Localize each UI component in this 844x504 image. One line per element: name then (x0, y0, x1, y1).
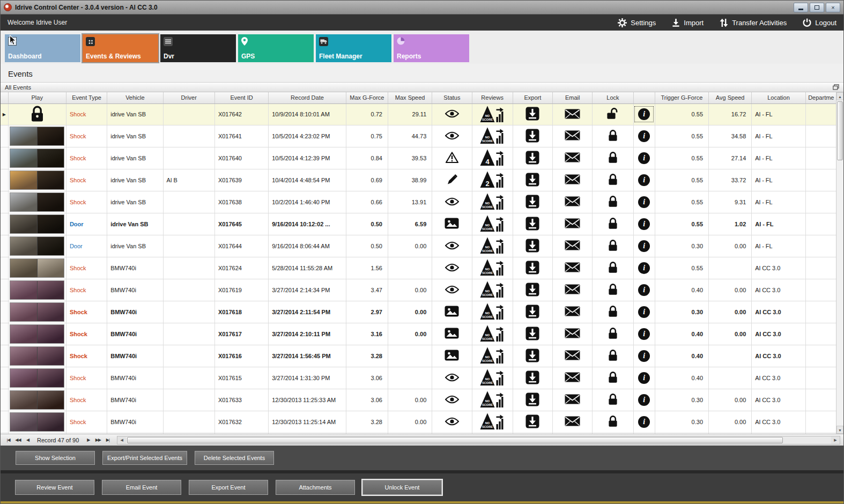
expand-grid-icon[interactable] (833, 84, 839, 90)
export-cell[interactable] (513, 411, 552, 433)
event-row[interactable]: Shockidrive Van SBX01763810/2/2014 1:46:… (1, 191, 837, 213)
play-thumbnail[interactable] (8, 191, 66, 213)
reviews-cell[interactable]: 4 (472, 147, 513, 169)
lock-cell[interactable] (593, 147, 633, 169)
email-cell[interactable] (553, 257, 593, 279)
play-thumbnail[interactable] (8, 389, 66, 411)
delete-selected-events-button[interactable]: Delete Selected Events (195, 451, 274, 465)
scroll-down-button[interactable]: ▼ (836, 426, 843, 434)
reviews-cell[interactable]: NOSCORE (472, 345, 513, 367)
info-cell[interactable]: i (633, 301, 655, 323)
event-row[interactable]: ShockBMW740iX0176193/27/2014 2:14:34 PM3… (1, 279, 837, 301)
email-cell[interactable] (553, 125, 593, 147)
play-thumbnail[interactable] (8, 279, 66, 301)
event-row[interactable]: ShockBMW740iX0176153/27/2014 1:31:30 PM3… (1, 367, 837, 389)
email-cell[interactable] (553, 367, 593, 389)
export-cell[interactable] (513, 169, 552, 191)
col-event-type[interactable]: Event Type (66, 92, 107, 103)
event-row[interactable] (1, 433, 837, 434)
last-record-button[interactable]: ▶| (103, 436, 112, 444)
email-cell[interactable] (553, 213, 593, 235)
reviews-cell[interactable]: NOSCORE (472, 367, 513, 389)
export-print-selected-events-button[interactable]: Export/Print Selected Events (102, 451, 187, 465)
info-cell[interactable]: i (633, 191, 655, 213)
email-cell[interactable] (553, 147, 593, 169)
vscroll-track[interactable] (836, 100, 843, 426)
info-cell[interactable]: i (633, 147, 655, 169)
col-event-id[interactable]: Event ID (214, 92, 268, 103)
email-cell[interactable] (553, 103, 593, 125)
email-cell[interactable] (553, 279, 593, 301)
unlock-event-button[interactable]: Unlock Event (362, 480, 442, 495)
col-info[interactable] (633, 92, 655, 103)
show-selection-button[interactable]: Show Selection (16, 451, 95, 465)
play-thumbnail[interactable] (8, 411, 66, 433)
nav-tile-dashboard[interactable]: ✓Dashboard (5, 34, 80, 62)
reviews-cell[interactable] (472, 433, 513, 434)
prev-page-button[interactable]: ◀◀ (13, 436, 23, 444)
lock-cell[interactable] (593, 389, 633, 411)
event-row[interactable]: Shockidrive Van SBX01764010/5/2014 4:12:… (1, 147, 837, 169)
lock-cell[interactable] (593, 213, 633, 235)
import-button[interactable]: Import (672, 18, 704, 27)
col-status[interactable]: Status (432, 92, 472, 103)
nav-tile-reports[interactable]: Reports (394, 34, 469, 62)
info-cell[interactable]: i (633, 389, 655, 411)
col-trigger-g-force[interactable]: Trigger G-Force (655, 92, 708, 103)
nav-tile-events-reviews[interactable]: Events & Reviews (83, 34, 158, 62)
play-thumbnail[interactable] (8, 147, 66, 169)
lock-cell[interactable] (593, 301, 633, 323)
lock-cell[interactable] (593, 235, 633, 257)
export-cell[interactable] (513, 103, 552, 125)
event-row[interactable]: ShockBMW740iX0176173/27/2014 2:10:11 PM3… (1, 323, 837, 345)
hscroll-thumb[interactable] (127, 437, 783, 443)
scroll-right-button[interactable]: ▶ (831, 436, 840, 444)
export-cell[interactable] (513, 213, 552, 235)
info-cell[interactable]: i (633, 169, 655, 191)
close-button[interactable]: × (826, 3, 840, 12)
info-cell[interactable]: i (633, 323, 655, 345)
info-cell[interactable]: i (633, 103, 655, 125)
nav-tile-dvr[interactable]: Dvr (160, 34, 236, 62)
event-row[interactable]: ShockBMW740iX0176163/27/2014 1:56:45 PM3… (1, 345, 837, 367)
vertical-scrollbar[interactable]: ▲ ▼ (836, 92, 843, 434)
review-event-button[interactable]: Review Event (15, 480, 94, 495)
export-cell[interactable] (513, 125, 552, 147)
next-record-button[interactable]: ▶ (84, 436, 93, 444)
email-cell[interactable] (553, 389, 593, 411)
col-reviews[interactable]: Reviews (472, 92, 513, 103)
export-event-button[interactable]: Export Event (189, 480, 268, 495)
logout-button[interactable]: Logout (803, 18, 836, 27)
col-play[interactable]: Play (8, 92, 66, 103)
minimize-button[interactable] (794, 3, 808, 12)
col-email[interactable]: Email (553, 92, 593, 103)
col-max-speed[interactable]: Max Speed (388, 92, 432, 103)
info-cell[interactable]: i (633, 411, 655, 433)
col-max-g-force[interactable]: Max G-Force (346, 92, 388, 103)
event-row[interactable]: ShockBMW740iX01763312/30/2013 11:25:33 A… (1, 389, 837, 411)
scroll-up-button[interactable]: ▲ (836, 92, 843, 100)
email-cell[interactable] (553, 411, 593, 433)
play-thumbnail[interactable] (8, 301, 66, 323)
event-row[interactable]: ShockBMW740iX0176245/28/2014 11:55:28 AM… (1, 257, 837, 279)
info-cell[interactable]: i (633, 257, 655, 279)
play-thumbnail[interactable] (8, 235, 66, 257)
reviews-cell[interactable]: NOSCORE (472, 125, 513, 147)
lock-cell[interactable] (593, 125, 633, 147)
lock-cell[interactable] (593, 169, 633, 191)
email-cell[interactable] (553, 301, 593, 323)
info-cell[interactable]: i (633, 235, 655, 257)
reviews-cell[interactable]: NOSCORE (472, 257, 513, 279)
reviews-cell[interactable]: NOSCORE (472, 301, 513, 323)
lock-cell[interactable] (593, 345, 633, 367)
reviews-cell[interactable]: NOSCORE (472, 191, 513, 213)
lock-cell[interactable] (593, 433, 633, 434)
reviews-cell[interactable]: NOSCORE (472, 389, 513, 411)
col-departme[interactable]: Departme (805, 92, 836, 103)
play-thumbnail[interactable] (8, 323, 66, 345)
reviews-cell[interactable]: NOSCORE (472, 323, 513, 345)
col-lock[interactable]: Lock (593, 92, 633, 103)
export-cell[interactable] (513, 191, 552, 213)
export-cell[interactable] (513, 147, 552, 169)
horizontal-scrollbar[interactable]: ◀ ▶ (117, 436, 840, 444)
